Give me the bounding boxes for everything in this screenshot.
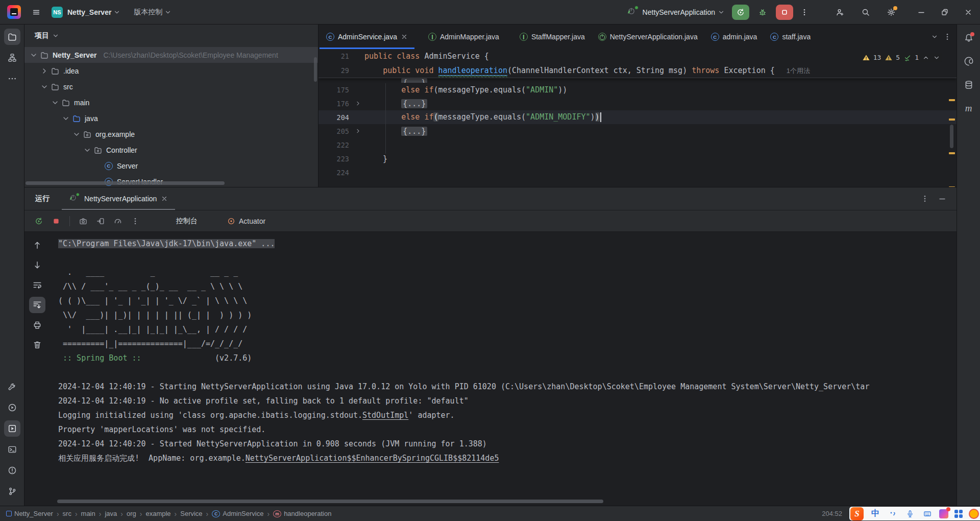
stripe-services-button[interactable] xyxy=(4,420,20,437)
breadcrumb-item-service[interactable]: Service xyxy=(180,510,202,517)
emoji-icon[interactable] xyxy=(969,509,979,519)
kebab-button[interactable] xyxy=(128,214,142,228)
editor-tab-adminservice-java[interactable]: CAdminService.java xyxy=(320,25,414,49)
rerun-button[interactable] xyxy=(32,214,46,228)
tree-item-controller[interactable]: Controller xyxy=(24,142,318,158)
vcs-menu[interactable]: 版本控制 xyxy=(134,8,162,17)
tab-list-chevron-icon[interactable] xyxy=(931,33,938,40)
hide-panel-icon[interactable] xyxy=(938,195,946,203)
chevron-down-icon[interactable] xyxy=(51,99,59,107)
breadcrumb-item-src[interactable]: src xyxy=(63,510,71,517)
import-button[interactable] xyxy=(93,214,108,228)
code-editor[interactable]: 13 5 1 21public class AdminService {29 p… xyxy=(318,49,957,187)
stripe-run-play-button[interactable] xyxy=(4,399,20,416)
stripe-terminal-button[interactable] xyxy=(4,441,20,458)
rerun-button[interactable] xyxy=(732,5,749,20)
tree-item-serverhandler[interactable]: CServerHandler xyxy=(24,174,318,187)
chevron-down-icon[interactable] xyxy=(62,114,70,123)
arrow-up-button[interactable] xyxy=(29,237,45,253)
trash-button[interactable] xyxy=(29,337,45,353)
stripe-database-button[interactable] xyxy=(961,77,977,93)
chevron-down-icon[interactable] xyxy=(113,9,120,16)
gauge-button[interactable] xyxy=(111,214,125,228)
scroll-end-button[interactable] xyxy=(29,297,45,313)
stripe-project-folder-button[interactable] xyxy=(4,29,20,45)
window-restore-button[interactable] xyxy=(933,0,957,25)
breadcrumb-item-java[interactable]: java xyxy=(105,510,117,517)
stop-button[interactable] xyxy=(49,214,63,228)
next-issue-chevron-icon[interactable] xyxy=(933,54,940,61)
debug-button[interactable] xyxy=(754,4,771,20)
arrow-down-button[interactable] xyxy=(29,257,45,273)
editor-tab-adminmapper-java[interactable]: IAdminMapper.java xyxy=(414,25,506,49)
chevron-down-icon[interactable] xyxy=(40,83,48,91)
editor-tab-staff-java[interactable]: Cstaff.java xyxy=(764,25,817,49)
chevron-down-icon[interactable] xyxy=(83,146,91,154)
tree-item-server[interactable]: CServer xyxy=(24,158,318,174)
editor-tab-admin-java[interactable]: Cadmin.java xyxy=(704,25,764,49)
tree-item-src[interactable]: src xyxy=(24,79,318,94)
breadcrumb-item-org[interactable]: org xyxy=(127,510,136,517)
breadcrumb-item-netty_server[interactable]: Netty_Server xyxy=(6,510,53,517)
run-config-selector[interactable]: NettyServerApplication xyxy=(643,8,715,16)
project-switcher[interactable]: Netty_Server xyxy=(67,8,111,16)
fold-arrow-icon[interactable] xyxy=(351,100,364,107)
run-options-kebab-icon[interactable] xyxy=(921,195,929,203)
chevron-down-icon[interactable] xyxy=(718,9,725,16)
chevron-down-icon[interactable] xyxy=(164,9,172,16)
tree-item-java[interactable]: java xyxy=(24,110,318,126)
punct-icon[interactable] xyxy=(887,508,898,519)
error-stripe[interactable] xyxy=(948,76,955,185)
editor-scrollbar-thumb[interactable] xyxy=(950,125,953,148)
close-icon[interactable] xyxy=(161,195,168,202)
stripe-more-button[interactable] xyxy=(4,70,20,87)
settings-button[interactable] xyxy=(883,4,899,20)
stripe-problems-button[interactable] xyxy=(4,462,20,479)
breadcrumb-item-handleoperation[interactable]: mhandleoperation xyxy=(273,510,331,517)
prev-issue-chevron-icon[interactable] xyxy=(922,54,929,61)
printer-button[interactable] xyxy=(29,317,45,333)
inspections-widget[interactable]: 13 5 1 xyxy=(860,53,942,62)
editor-tab-nettyserverapplication-java[interactable]: NettyServerApplication.java xyxy=(592,25,704,49)
window-minimize-button[interactable] xyxy=(910,0,933,25)
tree-vertical-scrollbar[interactable] xyxy=(314,57,317,82)
code-with-me-button[interactable] xyxy=(832,4,848,20)
stripe-git-branch-button[interactable] xyxy=(4,483,20,500)
chevron-right-icon[interactable] xyxy=(40,67,48,75)
mic-icon[interactable] xyxy=(904,508,916,519)
editor-tab-staffmapper-java[interactable]: IStaffMapper.java xyxy=(506,25,592,49)
chinese-mode-icon[interactable]: 中 xyxy=(870,508,881,519)
caret-position[interactable]: 204:52 xyxy=(822,510,842,517)
chevron-down-icon[interactable] xyxy=(72,130,81,138)
chevron-down-icon[interactable] xyxy=(52,32,59,39)
grid-icon[interactable] xyxy=(954,510,963,518)
search-everywhere-button[interactable] xyxy=(857,4,874,20)
keyboard-icon[interactable] xyxy=(922,508,933,519)
console-horizontal-scrollbar[interactable] xyxy=(57,500,603,503)
stripe-ai-assistant-button[interactable] xyxy=(961,53,977,69)
close-icon[interactable] xyxy=(401,33,408,40)
tree-item-org.example[interactable]: org.example xyxy=(24,126,318,142)
project-panel-header[interactable]: 项目 xyxy=(24,25,318,47)
tab-options-kebab-icon[interactable] xyxy=(943,33,951,41)
more-actions-button[interactable] xyxy=(796,4,813,20)
chevron-down-icon[interactable] xyxy=(30,51,38,59)
tree-horizontal-scrollbar[interactable] xyxy=(26,181,225,185)
console-output[interactable]: "C:\Program Files\Java\jdk-17\bin\java.e… xyxy=(50,232,957,506)
stripe-maven-button[interactable]: m xyxy=(961,100,977,116)
run-session-tab[interactable]: NettyServerApplication xyxy=(62,187,175,210)
stripe-structure-button[interactable] xyxy=(4,50,20,66)
stripe-notifications-button[interactable] xyxy=(961,30,977,46)
stripe-build-button[interactable] xyxy=(4,378,20,395)
tab-actuator[interactable]: Actuator xyxy=(219,217,274,225)
skin-icon[interactable] xyxy=(939,509,948,518)
soft-wrap-button[interactable] xyxy=(29,277,45,293)
tree-item-main[interactable]: main xyxy=(24,94,318,110)
breadcrumb-item-adminservice[interactable]: CAdminService xyxy=(212,510,263,517)
breadcrumb-item-example[interactable]: example xyxy=(145,510,170,517)
window-close-button[interactable] xyxy=(957,0,980,25)
camera-button[interactable] xyxy=(76,214,90,228)
sogou-icon[interactable]: S xyxy=(850,507,864,520)
tree-item-netty_server[interactable]: Netty_ServerC:\Users\zhan\Desktop\Scoket… xyxy=(24,47,318,63)
main-menu-button[interactable] xyxy=(28,4,44,20)
